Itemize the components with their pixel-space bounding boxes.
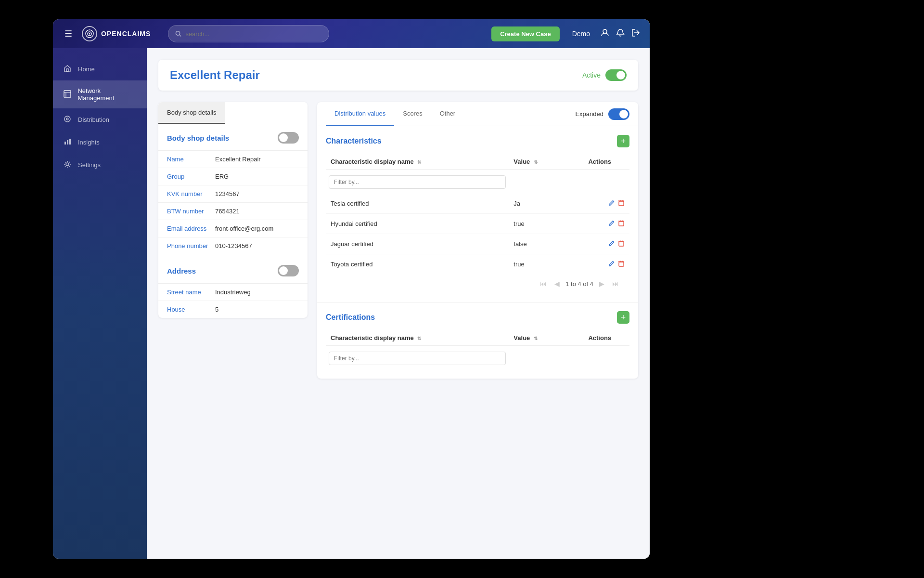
pag-next-button[interactable]: ▶ (597, 279, 606, 289)
col-header-actions: Actions (570, 154, 629, 170)
certifications-table: Characteristic display name ⇅ Value ⇅ Ac… (326, 330, 629, 370)
sidebar-item-settings[interactable]: Settings (53, 154, 147, 176)
sidebar-item-distribution[interactable]: Distribution (53, 108, 147, 131)
delete-tesla-button[interactable] (618, 199, 625, 208)
menu-icon[interactable]: ☰ (63, 26, 74, 41)
field-house: House 5 (158, 301, 308, 318)
tab-scores[interactable]: Scores (394, 102, 431, 126)
char-actions-toyota (575, 260, 625, 268)
sidebar-item-home[interactable]: Home (53, 58, 147, 80)
sort-value-icon[interactable]: ⇅ (534, 159, 538, 165)
table-row: Hyundai certified true (326, 214, 629, 234)
pag-first-button[interactable]: ⏮ (538, 279, 549, 289)
address-toggle[interactable] (278, 265, 299, 276)
cert-col-header-name: Characteristic display name ⇅ (326, 330, 509, 346)
pag-prev-button[interactable]: ◀ (552, 279, 562, 289)
svg-point-11 (66, 118, 68, 120)
characteristics-section: Characteristics + Characteristic display… (317, 126, 638, 302)
body-shop-fields: Name Excellent Repair Group ERG KVK numb… (158, 151, 308, 254)
delete-hyundai-button[interactable] (618, 220, 625, 228)
svg-rect-12 (64, 142, 66, 144)
delete-toyota-button[interactable] (618, 260, 625, 268)
sidebar-item-label: Settings (78, 161, 101, 169)
char-actions-jaguar (575, 240, 625, 248)
svg-point-15 (66, 163, 69, 166)
field-label-street: Street name (167, 289, 215, 296)
search-input[interactable] (185, 30, 322, 38)
logout-icon[interactable] (631, 28, 640, 39)
active-status-label: Active (582, 71, 601, 79)
char-filter-input[interactable] (329, 175, 506, 189)
svg-rect-6 (66, 69, 68, 71)
home-icon (63, 65, 72, 74)
svg-rect-14 (69, 139, 71, 144)
tab-distribution-values[interactable]: Distribution values (326, 102, 394, 126)
col-header-value: Value ⇅ (509, 154, 570, 170)
add-characteristic-button[interactable]: + (617, 135, 629, 147)
svg-point-10 (64, 116, 70, 122)
cert-filter-input[interactable] (329, 352, 506, 365)
sidebar: Home Network Management Distribution Ins… (53, 48, 147, 559)
sort-cert-value-icon[interactable]: ⇅ (534, 336, 538, 341)
edit-tesla-button[interactable] (608, 199, 615, 208)
main-content: Excellent Repair Active Body shop detail… (147, 48, 650, 559)
tab-other[interactable]: Other (431, 102, 464, 126)
field-street: Street name Industrieweg (158, 284, 308, 301)
distribution-icon (63, 115, 72, 124)
field-name: Name Excellent Repair (158, 151, 308, 168)
body-layout: Home Network Management Distribution Ins… (53, 48, 650, 559)
field-label-group: Group (167, 173, 215, 180)
expanded-toggle-area: Expanded (575, 108, 629, 120)
edit-jaguar-button[interactable] (608, 240, 615, 248)
pag-last-button[interactable]: ⏭ (610, 279, 621, 289)
notification-icon[interactable] (616, 28, 625, 39)
expanded-toggle[interactable] (608, 108, 629, 120)
cert-col-header-value: Value ⇅ (509, 330, 570, 346)
field-label-house: House (167, 306, 215, 313)
char-value-hyundai: true (509, 214, 570, 234)
char-name-toyota: Toyota certified (326, 254, 509, 275)
col-header-name: Characteristic display name ⇅ (326, 154, 509, 170)
sidebar-item-network-management[interactable]: Network Management (53, 80, 147, 108)
expanded-label: Expanded (575, 110, 603, 118)
edit-toyota-button[interactable] (608, 260, 615, 268)
characteristics-title: Characteristics (326, 137, 382, 145)
sidebar-item-label: Distribution (78, 116, 109, 123)
characteristics-table: Characteristic display name ⇅ Value ⇅ Ac… (326, 154, 629, 274)
add-certification-button[interactable]: + (617, 311, 629, 324)
create-new-case-button[interactable]: Create New Case (491, 26, 560, 41)
active-toggle[interactable] (605, 69, 627, 81)
svg-rect-28 (619, 262, 624, 266)
field-value-btw: 7654321 (215, 208, 299, 215)
svg-rect-13 (67, 140, 68, 144)
user-name: Demo (572, 30, 590, 38)
field-value-house: 5 (215, 306, 299, 313)
right-panel: Distribution values Scores Other Expande… (317, 102, 638, 379)
search-bar[interactable] (168, 25, 329, 42)
table-row: Tesla certified Ja (326, 194, 629, 214)
svg-rect-20 (619, 222, 624, 226)
address-fields: Street name Industrieweg House 5 (158, 284, 308, 318)
user-profile-icon[interactable] (601, 28, 609, 39)
left-panel: Body shop details Body shop details Name… (158, 102, 308, 379)
body-shop-tab[interactable]: Body shop details (158, 102, 225, 124)
edit-hyundai-button[interactable] (608, 220, 615, 228)
pag-info: 1 to 4 of 4 (565, 280, 593, 288)
sort-name-icon[interactable]: ⇅ (417, 159, 421, 165)
char-pagination: ⏮ ◀ 1 to 4 of 4 ▶ ⏭ (326, 274, 629, 293)
sort-cert-name-icon[interactable]: ⇅ (417, 336, 421, 341)
field-label-btw: BTW number (167, 208, 215, 215)
char-value-toyota: true (509, 254, 570, 275)
svg-point-2 (89, 33, 90, 35)
certifications-header: Certifications + (326, 311, 629, 324)
sidebar-item-insights[interactable]: Insights (53, 131, 147, 154)
sidebar-item-label: Network Management (77, 87, 137, 102)
logo-text: OPENCLAIMS (101, 30, 151, 38)
delete-jaguar-button[interactable] (618, 240, 625, 248)
char-actions-tesla (575, 199, 625, 208)
page-header: Excellent Repair Active (158, 60, 638, 91)
field-label-phone: Phone number (167, 242, 215, 250)
body-shop-section-toggle[interactable] (278, 132, 299, 144)
content-grid: Body shop details Body shop details Name… (158, 102, 638, 379)
field-value-email: front-office@erg.com (215, 225, 299, 232)
